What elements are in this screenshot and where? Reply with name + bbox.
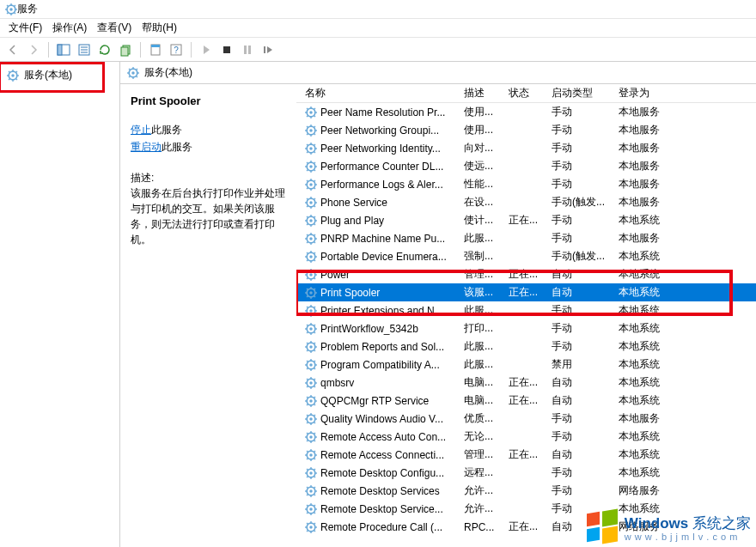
service-name-text: Problem Reports and Sol... bbox=[320, 341, 444, 353]
cell-desc: 使远... bbox=[460, 159, 505, 173]
cell-logon: 本地系统 bbox=[615, 447, 756, 462]
service-icon bbox=[305, 359, 317, 371]
stop-service-link[interactable]: 停止 bbox=[131, 124, 151, 136]
column-logon[interactable]: 登录为 bbox=[615, 84, 756, 102]
back-button[interactable] bbox=[3, 40, 22, 59]
cell-desc: RPC... bbox=[460, 521, 505, 533]
pause-service-button[interactable] bbox=[238, 40, 257, 59]
cell-startup: 自动 bbox=[548, 375, 615, 390]
cell-status: 正在... bbox=[505, 447, 548, 462]
description-label: 描述: bbox=[131, 170, 286, 185]
cell-name: qmbsrv bbox=[302, 377, 460, 389]
cell-name: Plug and Play bbox=[302, 215, 460, 227]
table-row[interactable]: Program Compatibility A...此服...禁用本地系统 bbox=[296, 356, 756, 374]
cell-logon: 本地服务 bbox=[615, 141, 756, 155]
forward-button[interactable] bbox=[24, 40, 43, 59]
menu-action[interactable]: 操作(A) bbox=[47, 19, 92, 37]
cell-startup: 手动 bbox=[548, 105, 615, 119]
svg-rect-11 bbox=[58, 45, 62, 55]
toolbar-separator bbox=[191, 42, 192, 58]
service-icon bbox=[305, 305, 317, 317]
cell-name: Remote Desktop Configu... bbox=[302, 467, 460, 479]
table-row[interactable]: Remote Access Auto Con...无论...手动本地系统 bbox=[296, 428, 756, 446]
help-button[interactable]: ? bbox=[167, 40, 186, 59]
cell-desc: 电脑... bbox=[460, 375, 505, 390]
cell-logon: 本地服务 bbox=[615, 411, 756, 426]
svg-rect-25 bbox=[264, 46, 265, 53]
table-row[interactable]: Remote Access Connecti...管理...正在...自动本地系… bbox=[296, 446, 756, 464]
table-row[interactable]: Remote Desktop Configu...远程...手动本地系统 bbox=[296, 464, 756, 482]
table-row[interactable]: Portable Device Enumera...强制...手动(触发...本… bbox=[296, 247, 756, 265]
windows-logo-icon bbox=[587, 513, 619, 545]
table-row[interactable]: Print Spooler该服...正在...自动本地系统 bbox=[296, 283, 756, 301]
service-name-text: Quality Windows Audio V... bbox=[320, 413, 443, 425]
show-hide-tree-button[interactable] bbox=[54, 40, 73, 59]
cell-startup: 手动 bbox=[548, 429, 615, 444]
cell-startup: 手动 bbox=[548, 303, 615, 318]
cell-desc: 打印... bbox=[460, 321, 505, 336]
column-startup[interactable]: 启动类型 bbox=[548, 84, 615, 102]
table-row[interactable]: Phone Service在设...手动(触发...本地服务 bbox=[296, 193, 756, 211]
cell-name: Remote Access Connecti... bbox=[302, 449, 460, 461]
service-icon bbox=[305, 503, 317, 515]
menu-help[interactable]: 帮助(H) bbox=[137, 19, 182, 37]
table-row[interactable]: PNRP Machine Name Pu...此服...手动本地服务 bbox=[296, 229, 756, 247]
start-service-button[interactable] bbox=[197, 40, 216, 59]
table-row[interactable]: Performance Counter DL...使远...手动本地服务 bbox=[296, 157, 756, 175]
watermark-brand: Windows bbox=[625, 515, 688, 532]
table-row[interactable]: qmbsrv电脑...正在...自动本地系统 bbox=[296, 374, 756, 392]
table-row[interactable]: PrintWorkflow_5342b打印...手动本地系统 bbox=[296, 319, 756, 337]
cell-startup: 手动 bbox=[548, 177, 615, 191]
stop-service-button[interactable] bbox=[217, 40, 236, 59]
cell-logon: 网络服务 bbox=[615, 483, 756, 498]
cell-name: Program Compatibility A... bbox=[302, 359, 460, 371]
menu-view[interactable]: 查看(V) bbox=[92, 19, 137, 37]
cell-desc: 此服... bbox=[460, 231, 505, 246]
service-icon bbox=[305, 106, 317, 119]
cell-name: Phone Service bbox=[302, 197, 460, 209]
restart-service-link[interactable]: 重启动 bbox=[131, 141, 162, 153]
service-name-text: Printer Extensions and N... bbox=[320, 305, 443, 317]
column-name[interactable]: 名称 bbox=[302, 84, 460, 102]
table-row[interactable]: Problem Reports and Sol...此服...手动本地系统 bbox=[296, 337, 756, 356]
column-desc[interactable]: 描述 bbox=[460, 84, 505, 102]
table-row[interactable]: Peer Networking Identity...向对...手动本地服务 bbox=[296, 139, 756, 157]
cell-desc: 使用... bbox=[460, 123, 505, 137]
cell-name: Remote Procedure Call (... bbox=[302, 521, 460, 533]
cell-startup: 手动 bbox=[548, 231, 615, 246]
service-name-text: PrintWorkflow_5342b bbox=[320, 323, 418, 335]
cell-logon: 本地系统 bbox=[615, 285, 756, 300]
refresh-button[interactable] bbox=[95, 40, 114, 59]
table-row[interactable]: Peer Networking Groupi...使用...手动本地服务 bbox=[296, 121, 756, 139]
table-row[interactable]: Power管理...正在...自动本地系统 bbox=[296, 265, 756, 283]
cell-logon: 本地服务 bbox=[615, 231, 756, 246]
export-list-button[interactable] bbox=[75, 40, 94, 59]
table-row[interactable]: QQPCMgr RTP Service电脑...正在...自动本地系统 bbox=[296, 392, 756, 410]
service-name-text: Peer Networking Groupi... bbox=[320, 125, 439, 137]
services-icon bbox=[127, 67, 139, 79]
service-icon bbox=[305, 467, 317, 479]
cell-startup: 自动 bbox=[548, 285, 615, 300]
cell-logon: 本地系统 bbox=[615, 267, 756, 282]
restart-service-button[interactable] bbox=[259, 40, 277, 59]
cell-name: QQPCMgr RTP Service bbox=[302, 395, 460, 407]
cell-startup: 手动 bbox=[548, 159, 615, 173]
cell-startup: 手动 bbox=[548, 141, 615, 155]
menu-file[interactable]: 文件(F) bbox=[3, 19, 47, 37]
table-row[interactable]: Remote Desktop Services允许...手动网络服务 bbox=[296, 482, 756, 500]
cell-startup: 禁用 bbox=[548, 357, 615, 372]
service-name-text: qmbsrv bbox=[320, 377, 354, 389]
properties-button[interactable] bbox=[146, 40, 165, 59]
cell-desc: 此服... bbox=[460, 303, 505, 318]
table-row[interactable]: Peer Name Resolution Pr...使用...手动本地服务 bbox=[296, 103, 756, 121]
column-status[interactable]: 状态 bbox=[505, 84, 548, 102]
table-row[interactable]: Quality Windows Audio V...优质...手动本地服务 bbox=[296, 410, 756, 428]
table-row[interactable]: Plug and Play使计...正在...手动本地系统 bbox=[296, 211, 756, 229]
cell-logon: 本地服务 bbox=[615, 195, 756, 210]
refresh-all-button[interactable] bbox=[116, 40, 135, 59]
stop-service-suffix: 此服务 bbox=[151, 124, 182, 136]
cell-desc: 使用... bbox=[460, 105, 505, 119]
table-row[interactable]: Performance Logs & Aler...性能...手动本地服务 bbox=[296, 175, 756, 193]
cell-startup: 手动(触发... bbox=[548, 249, 615, 264]
table-row[interactable]: Printer Extensions and N...此服...手动本地系统 bbox=[296, 301, 756, 319]
